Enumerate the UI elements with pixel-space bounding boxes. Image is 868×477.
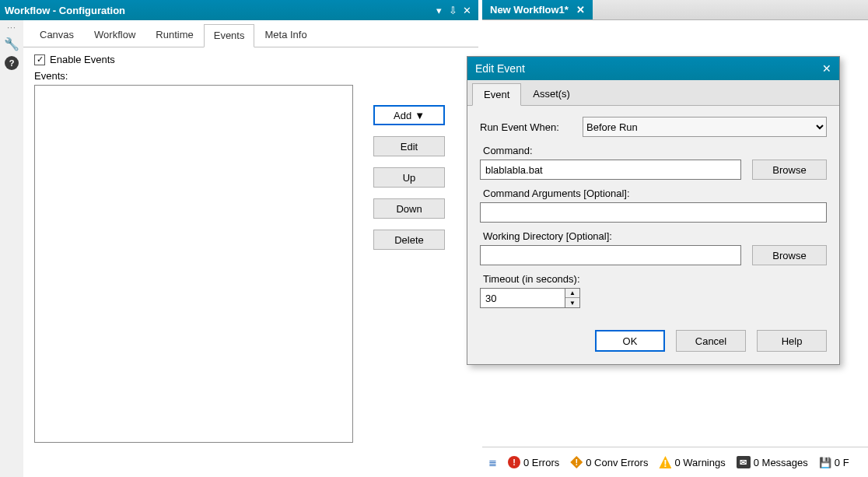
- document-tabbar: New Workflow1* ✕: [482, 0, 868, 20]
- enable-events-label: Enable Events: [50, 54, 115, 65]
- spinner-up-icon[interactable]: ▲: [565, 289, 579, 298]
- document-tab-label: New Workflow1*: [490, 4, 569, 16]
- up-button[interactable]: Up: [373, 167, 445, 188]
- run-when-select[interactable]: Before Run: [583, 117, 827, 137]
- status-lines-icon[interactable]: ≣: [488, 457, 497, 468]
- help-icon[interactable]: ?: [5, 56, 19, 70]
- grip-icon[interactable]: ∙∙∙: [7, 23, 16, 32]
- wd-row: Browse: [480, 245, 827, 265]
- cancel-button[interactable]: Cancel: [676, 330, 746, 352]
- help-button[interactable]: Help: [757, 330, 827, 352]
- command-row: Browse: [480, 160, 827, 180]
- timeout-input[interactable]: [480, 288, 565, 308]
- dialog-tab-assets[interactable]: Asset(s): [521, 82, 582, 105]
- spinner-down-icon[interactable]: ▼: [565, 298, 579, 307]
- timeout-label: Timeout (in seconds):: [483, 273, 827, 285]
- panel-title: Workflow - Configuration: [5, 5, 432, 16]
- timeout-row: ▲ ▼: [480, 288, 827, 308]
- status-files[interactable]: 💾 0 F: [819, 457, 849, 468]
- message-icon: ✉: [737, 456, 751, 468]
- tab-workflow[interactable]: Workflow: [84, 23, 145, 47]
- dialog-tab-event[interactable]: Event: [472, 83, 521, 106]
- dialog-footer: OK Cancel Help: [467, 319, 839, 364]
- run-when-row: Run Event When: Before Run: [480, 117, 827, 137]
- save-icon: 💾: [819, 457, 831, 468]
- events-list-label: Events:: [34, 70, 467, 82]
- config-tabbar: Canvas Workflow Runtime Events Meta Info: [23, 20, 478, 47]
- wd-input[interactable]: [480, 245, 741, 265]
- wd-browse-button[interactable]: Browse: [752, 245, 827, 265]
- dialog-body: Run Event When: Before Run Command: Brow…: [467, 106, 839, 319]
- panel-left-toolbar: ∙∙∙ 🔧 ?: [0, 20, 23, 477]
- status-conv-errors[interactable]: ! 0 Conv Errors: [570, 456, 648, 468]
- command-input[interactable]: [480, 160, 741, 180]
- status-warnings[interactable]: ! 0 Warnings: [659, 456, 725, 468]
- error-icon: !: [508, 456, 520, 468]
- ok-button[interactable]: OK: [595, 330, 665, 352]
- dialog-title: Edit Event: [475, 62, 822, 75]
- panel-dropdown-icon[interactable]: ▾: [432, 5, 446, 16]
- status-messages[interactable]: ✉ 0 Messages: [737, 456, 808, 468]
- document-tab[interactable]: New Workflow1* ✕: [482, 0, 593, 19]
- status-bar: ≣ ! 0 Errors ! 0 Conv Errors ! 0 Warning…: [482, 447, 868, 477]
- down-button[interactable]: Down: [373, 198, 445, 219]
- command-browse-button[interactable]: Browse: [752, 160, 827, 180]
- add-button[interactable]: Add▼: [373, 105, 445, 125]
- run-when-label: Run Event When:: [480, 121, 575, 133]
- panel-pin-icon[interactable]: ⇩: [446, 5, 460, 16]
- tab-events[interactable]: Events: [204, 24, 255, 47]
- panel-titlebar: Workflow - Configuration ▾ ⇩ ✕: [0, 0, 478, 20]
- status-errors[interactable]: ! 0 Errors: [508, 456, 559, 468]
- document-tab-close-icon[interactable]: ✕: [576, 4, 585, 16]
- workflow-config-panel: Workflow - Configuration ▾ ⇩ ✕ ∙∙∙ 🔧 ? C…: [0, 0, 478, 477]
- events-button-column: Add▼ Edit Up Down Delete: [373, 105, 445, 250]
- args-label: Command Arguments [Optional]:: [483, 188, 827, 199]
- conv-error-icon: !: [570, 456, 583, 468]
- tab-runtime[interactable]: Runtime: [145, 23, 203, 47]
- dialog-titlebar[interactable]: Edit Event ✕: [467, 57, 839, 80]
- events-listbox[interactable]: [34, 85, 353, 443]
- dropdown-triangle-icon: ▼: [415, 110, 425, 121]
- enable-events-checkbox[interactable]: ✓: [34, 54, 45, 65]
- timeout-spinner: ▲ ▼: [565, 288, 580, 308]
- command-label: Command:: [483, 145, 827, 156]
- args-row: [480, 202, 827, 223]
- wd-label: Working Directory [Optional]:: [483, 230, 827, 242]
- panel-close-icon[interactable]: ✕: [460, 5, 474, 16]
- dialog-close-icon[interactable]: ✕: [822, 62, 831, 75]
- tab-canvas[interactable]: Canvas: [30, 23, 84, 47]
- warning-icon: !: [659, 456, 671, 468]
- edit-event-dialog: Edit Event ✕ Event Asset(s) Run Event Wh…: [467, 56, 840, 365]
- tab-metainfo[interactable]: Meta Info: [254, 23, 317, 47]
- wrench-icon[interactable]: 🔧: [4, 37, 19, 51]
- enable-events-row: ✓ Enable Events: [34, 54, 467, 65]
- dialog-tabbar: Event Asset(s): [467, 80, 839, 106]
- delete-button[interactable]: Delete: [373, 230, 445, 250]
- args-input[interactable]: [480, 202, 827, 223]
- edit-button[interactable]: Edit: [373, 136, 445, 156]
